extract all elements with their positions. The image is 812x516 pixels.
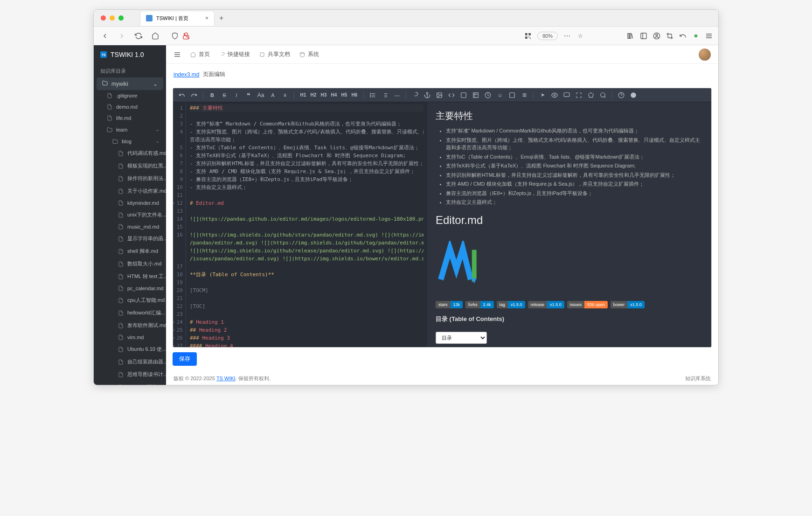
- code-line[interactable]: - 支持TeX科学公式（基于KaTeX）、流程图 Flowchart 和 时序图…: [190, 152, 423, 160]
- tab-close-icon[interactable]: ×: [205, 15, 208, 21]
- code-line[interactable]: [190, 310, 423, 318]
- qr-icon[interactable]: [524, 32, 532, 40]
- nav-quicklink[interactable]: 快捷链接: [219, 50, 250, 58]
- emoji-button[interactable]: ☺: [495, 90, 505, 100]
- info-button[interactable]: [628, 90, 638, 100]
- code-line[interactable]: [190, 294, 423, 302]
- uppercase-button[interactable]: Aa: [256, 90, 266, 100]
- goto-button[interactable]: ➤: [537, 90, 548, 100]
- tree-file[interactable]: 关于小说作家.md: [94, 185, 166, 197]
- tree-file[interactable]: unix下的文件名...: [94, 209, 166, 221]
- nav-share[interactable]: 共享文档: [259, 50, 290, 58]
- maximize-window-button[interactable]: [118, 15, 124, 21]
- fullscreen-button[interactable]: [574, 90, 584, 100]
- sidebar-icon[interactable]: [640, 32, 647, 40]
- tree-file[interactable]: life.md: [94, 112, 166, 124]
- home-button[interactable]: [150, 30, 161, 42]
- tree-file[interactable]: demo.md: [94, 101, 166, 112]
- tree-file[interactable]: helloworld汇编...: [94, 307, 166, 319]
- shield-icon[interactable]: [171, 32, 179, 40]
- forward-button[interactable]: [116, 30, 127, 42]
- code-line[interactable]: **目录 (Table of Contents)**: [190, 271, 423, 279]
- back-button[interactable]: [99, 30, 111, 42]
- code-line[interactable]: - 支持自定义主题样式；: [190, 183, 423, 191]
- save-button[interactable]: 保存: [173, 352, 197, 366]
- tree-file[interactable]: vim.md: [94, 332, 166, 343]
- code-line[interactable]: 言语法高亮等功能；: [190, 136, 423, 144]
- code-line[interactable]: ### Heading 3: [190, 334, 423, 342]
- minimize-window-button[interactable]: [110, 15, 115, 21]
- heading-h4-button[interactable]: H4: [329, 90, 339, 100]
- search-button[interactable]: [598, 90, 608, 100]
- link-button[interactable]: [410, 90, 420, 100]
- code-line[interactable]: - 支持实时预览、图片（跨域）上传、预格式文本/代码/表格插入、代码折叠、搜索替…: [190, 128, 423, 136]
- datetime-button[interactable]: [483, 90, 493, 100]
- image-button[interactable]: [434, 90, 444, 100]
- code-line[interactable]: #### Heading 4: [190, 342, 423, 347]
- code-line[interactable]: - 兼容主流的浏览器（IE8+）和Zepto.js，且支持iPad等平板设备；: [190, 175, 423, 183]
- account-icon[interactable]: [653, 32, 660, 40]
- code-line[interactable]: ![](https://img.shields.io/github/releas…: [190, 247, 423, 255]
- more-icon[interactable]: ⋯: [563, 32, 571, 40]
- code-line[interactable]: [190, 207, 423, 215]
- tree-file[interactable]: 发布软件测试.md: [94, 319, 166, 332]
- undo-icon[interactable]: [679, 32, 687, 40]
- redo-button[interactable]: [189, 90, 199, 100]
- code-line[interactable]: [190, 279, 423, 286]
- tree-file[interactable]: Ubuntu 6.10 使...: [94, 343, 166, 356]
- lock-icon[interactable]: [182, 32, 190, 40]
- breadcrumb-file-link[interactable]: index3.md: [174, 71, 199, 78]
- nav-home[interactable]: 首页: [190, 50, 210, 58]
- heading-h6-button[interactable]: H6: [349, 90, 360, 100]
- html-button[interactable]: [507, 90, 517, 100]
- ul-button[interactable]: [368, 90, 378, 100]
- code-line[interactable]: /issues/pandao/editor.md.svg) ![](https:…: [190, 255, 423, 263]
- tree-file[interactable]: kityminder.md: [94, 197, 166, 209]
- heading-h2-button[interactable]: H2: [308, 90, 319, 100]
- reload-button[interactable]: [133, 30, 144, 42]
- tree-file[interactable]: HTML 转 text 工...: [94, 270, 166, 283]
- strikethrough-button[interactable]: S: [219, 90, 229, 100]
- toc-select[interactable]: 目录: [436, 332, 487, 344]
- code-button[interactable]: [446, 90, 457, 100]
- code-line[interactable]: ![](https://img.shields.io/github/stars/…: [190, 231, 423, 239]
- code-line[interactable]: - 支持识别和解析HTML标签，并且支持自定义过滤标签解析，具有可靠的安全性和几…: [190, 160, 423, 167]
- tree-folder[interactable]: blog⌄: [94, 135, 166, 147]
- library-icon[interactable]: [627, 32, 634, 40]
- code-line[interactable]: /pandao/editor.md.svg) ![](https://img.s…: [190, 239, 423, 247]
- tree-folder[interactable]: learn⌄: [94, 124, 166, 135]
- code-line[interactable]: [TOCM]: [190, 286, 423, 294]
- bookmark-icon[interactable]: ☆: [576, 32, 584, 40]
- tree-file[interactable]: 代码调试有感.md: [94, 147, 166, 160]
- hr-button[interactable]: —: [392, 90, 402, 100]
- code-line[interactable]: ## Heading 2: [190, 326, 423, 334]
- tree-file[interactable]: 显示字符串的函...: [94, 232, 166, 245]
- codeblock-button[interactable]: [458, 90, 469, 100]
- help-button[interactable]: [616, 90, 626, 100]
- zoom-level[interactable]: 80%: [537, 32, 558, 40]
- code-line[interactable]: - 支持 AMD / CMD 模块化加载（支持 Require.js & Sea…: [190, 167, 423, 175]
- code-line[interactable]: [190, 191, 423, 199]
- ol-button[interactable]: [380, 90, 390, 100]
- tree-file[interactable]: 操作符的新用法...: [94, 172, 166, 185]
- browser-tab[interactable]: TSWIKI | 首页 ×: [140, 11, 215, 26]
- font-button[interactable]: A: [268, 90, 278, 100]
- extension-icon[interactable]: [692, 32, 700, 40]
- pagebreak-button[interactable]: ⊞: [519, 90, 529, 100]
- tree-file[interactable]: windows下的ba...: [94, 381, 166, 385]
- menu-icon[interactable]: [705, 32, 713, 40]
- code-line[interactable]: [TOC]: [190, 302, 423, 310]
- table-button[interactable]: [471, 90, 481, 100]
- code-line[interactable]: [190, 112, 423, 120]
- code-line[interactable]: - 支持ToC（Table of Contents）、Emoji表情、Task …: [190, 144, 423, 152]
- tree-file[interactable]: 数组取大小.md: [94, 258, 166, 270]
- clear-button[interactable]: [586, 90, 596, 100]
- lowercase-button[interactable]: a: [280, 90, 290, 100]
- tree-file[interactable]: 模板实现的红黑...: [94, 160, 166, 172]
- footer-brand-link[interactable]: TS WIKI: [216, 376, 236, 381]
- tree-file[interactable]: 思维导图读书计...: [94, 368, 166, 381]
- heading-h5-button[interactable]: H5: [339, 90, 349, 100]
- nav-system[interactable]: 系统: [299, 50, 319, 58]
- preview-button[interactable]: [562, 90, 572, 100]
- code-line[interactable]: # Heading 1: [190, 318, 423, 326]
